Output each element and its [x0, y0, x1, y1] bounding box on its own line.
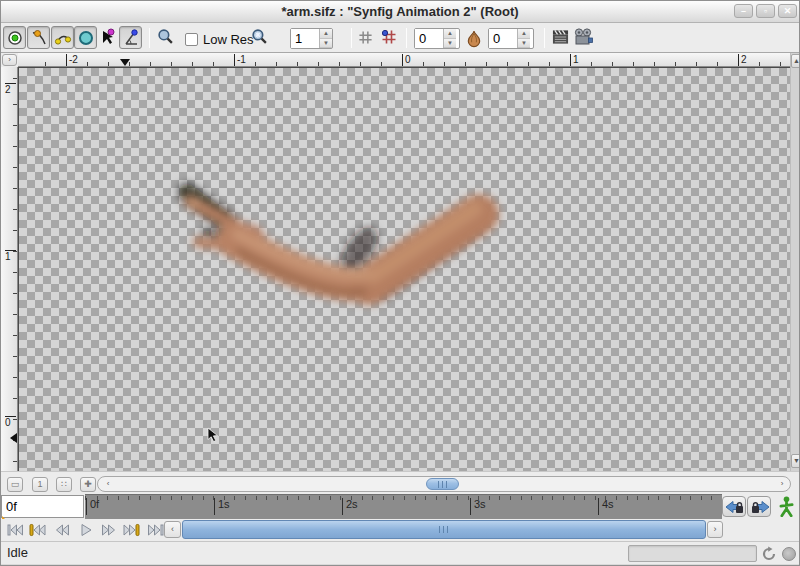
multi-frame-button[interactable]: ∷ — [56, 477, 72, 492]
future-keyframe-lock-button[interactable] — [747, 496, 771, 517]
maximize-button[interactable]: ▫ — [756, 4, 775, 18]
window-title: *arm.sifz : "Synfig Animation 2" (Root) — [1, 1, 799, 22]
decrease-resolution-button[interactable] — [157, 28, 174, 49]
seek-prev-keyframe-icon — [28, 522, 46, 538]
current-time-field[interactable] — [1, 495, 84, 518]
vertex-ducks-icon — [30, 29, 48, 47]
close-button[interactable]: ✕ — [778, 4, 797, 18]
seek-next-keyframe-icon — [123, 522, 141, 538]
time-scrollbar-thumb[interactable] — [182, 520, 706, 539]
past-onion-spin-up[interactable]: ▲ — [444, 29, 456, 39]
status-text: Idle — [7, 545, 28, 560]
low-res-checkbox[interactable] — [185, 33, 198, 46]
movie-camera-icon — [573, 28, 593, 45]
clapperboard-icon — [552, 29, 569, 45]
future-onion-spin-down[interactable]: ▼ — [518, 39, 530, 49]
toggle-width-ducks-button[interactable] — [97, 26, 120, 49]
snap-grid-icon — [381, 29, 397, 45]
scroll-up-icon[interactable]: ▲ — [791, 54, 800, 68]
onion-skin-icon — [465, 29, 483, 48]
past-onion-spin-down[interactable]: ▼ — [444, 39, 456, 49]
statusbar: Idle — [1, 541, 799, 564]
timebar-row: 0f 1s 2s 3s 4s — [1, 494, 799, 519]
time-ruler[interactable]: 0f 1s 2s 3s 4s — [85, 494, 722, 519]
grid-icon — [358, 30, 373, 45]
quality-spinner[interactable]: ▲ ▼ — [290, 28, 333, 49]
past-onion-spinner[interactable]: ▲ ▼ — [414, 28, 460, 49]
time-scroll-left-button[interactable]: ‹ — [164, 521, 181, 538]
past-onion-input[interactable] — [415, 29, 443, 48]
time-scroll-right-button[interactable]: › — [707, 521, 723, 538]
time-label: 2s — [342, 498, 358, 515]
width-ducks-icon — [99, 28, 117, 46]
render-button[interactable] — [573, 28, 593, 49]
rewind-button[interactable] — [53, 522, 72, 538]
play-icon — [77, 522, 95, 538]
scroll-right-icon[interactable]: › — [775, 478, 789, 490]
future-onion-input[interactable] — [489, 29, 517, 48]
quality-input[interactable] — [291, 29, 319, 48]
vertical-ruler[interactable]: 2 1 0 — [1, 67, 18, 471]
h-scrollbar-thumb[interactable] — [426, 478, 459, 490]
timetrack-toggle-button[interactable]: ▭ — [7, 477, 23, 492]
toolbar-separator — [544, 28, 545, 48]
onion-skin-toggle[interactable] — [465, 29, 483, 52]
canvas-bottom-bar: ▭ 1 ∷ ✚ ‹ › — [1, 471, 799, 494]
toolbar-separator — [406, 28, 407, 48]
seek-begin-button[interactable] — [6, 522, 25, 538]
ruler-corner-button[interactable]: › — [2, 54, 17, 66]
seek-end-icon — [147, 522, 165, 538]
h-ruler-position-marker — [120, 59, 130, 66]
single-frame-button[interactable]: 1 — [32, 477, 48, 492]
scroll-down-icon[interactable]: ▼ — [791, 454, 800, 468]
rerender-button[interactable] — [761, 546, 777, 566]
toggle-vertex-ducks-button[interactable] — [27, 26, 50, 49]
preview-button[interactable] — [552, 29, 569, 49]
future-onion-spin-up[interactable]: ▲ — [518, 29, 530, 39]
toggle-tangent-ducks-button[interactable] — [51, 26, 74, 49]
v-ruler-label: 0 — [5, 416, 16, 428]
toggle-radius-ducks-button[interactable] — [74, 26, 97, 49]
past-keyframe-lock-icon — [725, 500, 745, 514]
play-button[interactable] — [77, 522, 96, 538]
toolbar-separator — [149, 28, 150, 48]
progress-bar — [628, 545, 757, 562]
h-ruler-label: 1 — [570, 54, 579, 66]
canvas-horizontal-scrollbar[interactable]: ‹ › — [97, 476, 791, 492]
v-ruler-label: 2 — [5, 83, 16, 95]
add-frame-button[interactable]: ✚ — [80, 477, 96, 492]
seek-prev-keyframe-button[interactable] — [28, 522, 47, 538]
time-label: 0f — [86, 498, 99, 515]
increase-resolution-button[interactable] — [251, 28, 268, 49]
render-status-light — [782, 547, 796, 561]
toggle-position-ducks-button[interactable] — [3, 26, 26, 49]
past-keyframe-lock-button[interactable] — [722, 496, 746, 517]
playback-row: ‹ › — [1, 519, 799, 541]
h-ruler-label: 0 — [402, 54, 411, 66]
animate-mode-toggle[interactable] — [777, 496, 796, 521]
low-res-label: Low Res — [203, 32, 254, 47]
show-grid-button[interactable] — [358, 30, 373, 49]
snap-grid-button[interactable] — [381, 29, 397, 49]
quality-spin-down[interactable]: ▼ — [320, 39, 332, 49]
minimize-button[interactable]: – — [734, 4, 753, 18]
tangent-ducks-icon — [54, 29, 72, 47]
titlebar: *arm.sifz : "Synfig Animation 2" (Root) … — [1, 1, 799, 23]
h-ruler-label: -1 — [234, 54, 246, 66]
future-onion-spinner[interactable]: ▲ ▼ — [488, 28, 534, 49]
future-keyframe-lock-icon — [750, 500, 770, 514]
toggle-angle-ducks-button[interactable] — [119, 26, 142, 49]
seek-begin-icon — [6, 522, 24, 538]
canvas-vertical-scrollbar[interactable]: ▲ ▼ — [790, 53, 800, 471]
drawing-canvas[interactable] — [18, 67, 791, 471]
fast-forward-button[interactable] — [100, 522, 119, 538]
horizontal-ruler[interactable]: -2 -1 0 1 2 — [18, 53, 791, 67]
time-label: 1s — [214, 498, 230, 515]
scroll-left-icon[interactable]: ‹ — [101, 478, 115, 490]
magnifier-star-icon — [251, 28, 268, 45]
current-time-input[interactable] — [2, 496, 76, 517]
v-ruler-position-marker — [10, 433, 17, 443]
quality-spin-up[interactable]: ▲ — [320, 29, 332, 39]
seek-next-keyframe-button[interactable] — [123, 522, 142, 538]
time-label: 4s — [598, 498, 614, 515]
